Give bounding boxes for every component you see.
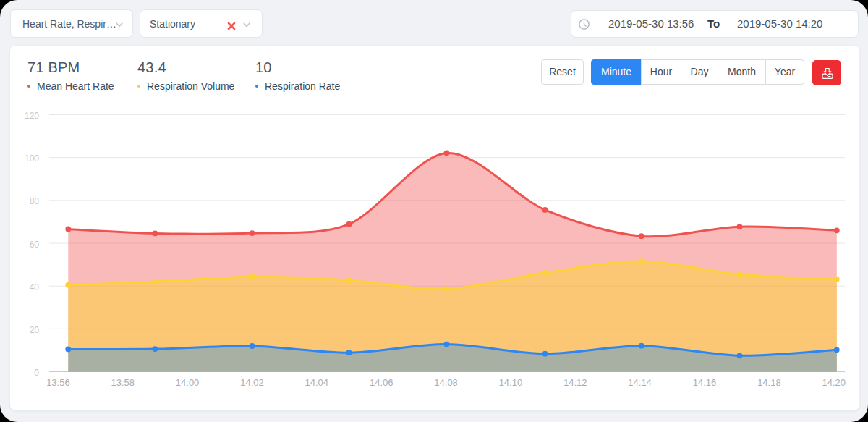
svg-text:14:06: 14:06 bbox=[370, 377, 393, 388]
svg-text:20: 20 bbox=[30, 325, 40, 335]
svg-text:13:58: 13:58 bbox=[111, 377, 135, 388]
svg-text:14:14: 14:14 bbox=[628, 377, 652, 388]
svg-text:14:18: 14:18 bbox=[757, 377, 781, 388]
svg-text:14:12: 14:12 bbox=[563, 377, 587, 388]
svg-text:60: 60 bbox=[30, 240, 40, 250]
svg-text:14:16: 14:16 bbox=[693, 377, 717, 388]
svg-text:14:00: 14:00 bbox=[176, 377, 200, 388]
svg-text:120: 120 bbox=[25, 111, 39, 121]
svg-text:14:04: 14:04 bbox=[305, 377, 329, 388]
svg-text:14:02: 14:02 bbox=[240, 377, 264, 388]
svg-text:14:08: 14:08 bbox=[434, 377, 458, 388]
svg-text:14:20: 14:20 bbox=[822, 377, 846, 388]
svg-text:80: 80 bbox=[30, 196, 40, 206]
svg-text:40: 40 bbox=[30, 282, 40, 292]
svg-text:100: 100 bbox=[25, 153, 39, 164]
svg-text:13:56: 13:56 bbox=[46, 377, 70, 388]
svg-text:14:10: 14:10 bbox=[499, 377, 523, 388]
svg-text:0: 0 bbox=[34, 368, 39, 378]
